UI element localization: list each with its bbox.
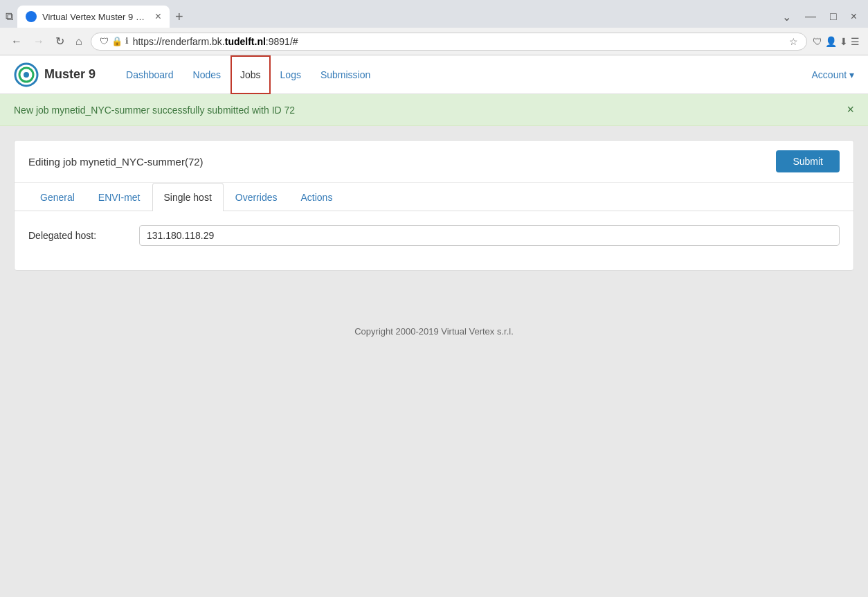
svg-point-2 [24,72,29,78]
tab-envi-met[interactable]: ENVI-met [87,183,152,211]
tab-title: Virtual Vertex Muster 9 Web co: [42,12,150,22]
download-icon: ⬇ [840,36,848,47]
main-content: Editing job mynetid_NYC-summer(72) Submi… [0,126,868,285]
browser-chrome: ⧉ Virtual Vertex Muster 9 Web co: × + ⌄ … [0,0,868,55]
extension-icons: 🛡 👤 ⬇ ☰ [813,36,860,47]
app-nav: Dashboard Nodes Jobs Logs Submission [116,55,380,94]
submit-button[interactable]: Submit [776,150,840,172]
account-arrow: ▾ [849,69,854,80]
user-icon: 👤 [825,36,837,47]
app-logo: Muster 9 [14,62,96,87]
tab-overrides[interactable]: Overrides [224,183,289,211]
reload-button[interactable]: ↻ [53,32,67,51]
tab-single-host[interactable]: Single host [152,183,224,211]
home-button[interactable]: ⌂ [73,33,85,51]
success-alert: New job mynetid_NYC-summer successfully … [0,94,868,126]
tab-general[interactable]: General [28,183,87,211]
logo-icon [14,62,39,87]
nav-bar: ← → ↻ ⌂ 🛡 🔒 ℹ https://renderfarm.bk.tude… [0,28,868,55]
window-controls: ⌄ — □ × [777,8,862,26]
bookmark-icon[interactable]: ☆ [789,36,798,47]
nav-logs[interactable]: Logs [271,55,311,94]
tab-close-icon[interactable]: × [155,10,161,23]
info-icon: ℹ [125,36,129,46]
browser-tab[interactable]: Virtual Vertex Muster 9 Web co: × [17,6,170,28]
nav-jobs[interactable]: Jobs [230,55,271,94]
url-suffix: :9891/# [266,36,298,47]
close-button[interactable]: × [845,8,862,26]
job-editing-title: Editing job mynetid_NYC-summer(72) [28,156,204,168]
url-bar[interactable]: 🛡 🔒 ℹ https://renderfarm.bk.tudelft.nl:9… [91,33,807,51]
new-tab-button[interactable]: + [170,9,189,25]
chevron-down-icon[interactable]: ⌄ [777,8,797,26]
minimize-button[interactable]: — [799,8,822,26]
tab-bar: ⧉ Virtual Vertex Muster 9 Web co: × + ⌄ … [0,0,868,28]
nav-nodes[interactable]: Nodes [183,55,230,94]
firefox-shield-icon: 🛡 [813,36,822,47]
delegated-host-input[interactable] [139,225,840,246]
shield-icon: 🛡 [100,36,109,46]
url-text: https://renderfarm.bk.tudelft.nl:9891/# [133,36,785,47]
tab-actions[interactable]: Actions [289,183,344,211]
maximize-button[interactable]: □ [824,8,842,26]
alert-close-button[interactable]: × [847,103,854,117]
footer-text: Copyright 2000-2019 Virtual Vertex s.r.l… [354,326,514,337]
account-label: Account [812,69,847,80]
app-logo-text: Muster 9 [44,67,96,82]
alert-message: New job mynetid_NYC-summer successfully … [14,105,295,116]
nav-submission[interactable]: Submission [311,55,380,94]
single-host-form: Delegated host: [15,211,853,270]
delegated-host-label: Delegated host: [28,230,139,241]
job-tabs: General ENVI-met Single host Overrides A… [15,183,853,211]
app-header: Muster 9 Dashboard Nodes Jobs Logs Submi… [0,55,868,94]
job-card: Editing job mynetid_NYC-summer(72) Submi… [14,140,854,271]
delegated-host-row: Delegated host: [28,225,840,246]
url-security-icons: 🛡 🔒 ℹ [100,36,129,46]
nav-dashboard[interactable]: Dashboard [116,55,183,94]
back-button[interactable]: ← [8,33,25,51]
page-list-icon[interactable]: ⧉ [6,10,13,23]
tab-favicon [26,11,37,22]
url-highlight: tudelft.nl [225,36,266,47]
forward-button[interactable]: → [30,33,47,51]
job-card-header: Editing job mynetid_NYC-summer(72) Submi… [15,141,853,183]
url-prefix: https://renderfarm.bk. [133,36,225,47]
lock-icon: 🔒 [111,36,123,46]
menu-icon[interactable]: ☰ [851,36,860,47]
account-nav: Account ▾ [812,69,854,80]
account-button[interactable]: Account ▾ [812,69,854,80]
page-footer: Copyright 2000-2019 Virtual Vertex s.r.l… [0,312,868,350]
